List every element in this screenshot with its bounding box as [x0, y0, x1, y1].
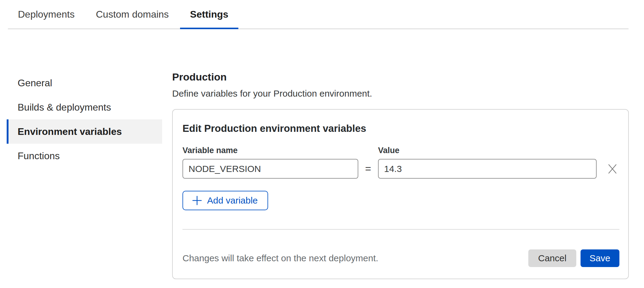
section-title: Production: [172, 71, 629, 83]
project-tabbar: Deployments Custom domains Settings: [8, 0, 629, 29]
value-label: Value: [378, 146, 597, 155]
cancel-button[interactable]: Cancel: [528, 249, 576, 267]
plus-icon: [192, 195, 203, 206]
remove-variable-button[interactable]: [605, 161, 619, 177]
main-content: Production Define variables for your Pro…: [172, 71, 629, 279]
settings-sidebar: General Builds & deployments Environment…: [7, 71, 162, 168]
variable-name-input[interactable]: [182, 159, 358, 179]
equals-sign: =: [358, 163, 378, 175]
tab-deployments[interactable]: Deployments: [8, 0, 85, 29]
variables-form: Variable name Value =: [182, 146, 619, 179]
add-variable-button[interactable]: Add variable: [182, 191, 268, 210]
variable-value-input[interactable]: [378, 159, 597, 179]
x-icon: [608, 164, 617, 174]
sidebar-item-functions[interactable]: Functions: [7, 144, 162, 168]
card-footer: Changes will take effect on the next dep…: [182, 249, 619, 267]
sidebar-item-general[interactable]: General: [7, 71, 162, 95]
card-title: Edit Production environment variables: [182, 122, 619, 135]
variable-name-label: Variable name: [182, 146, 358, 155]
sidebar-item-builds-deployments[interactable]: Builds & deployments: [7, 95, 162, 119]
environment-variables-settings-page: Deployments Custom domains Settings Gene…: [0, 0, 644, 288]
tab-settings[interactable]: Settings: [180, 0, 238, 29]
save-button[interactable]: Save: [581, 249, 619, 267]
edit-variables-card: Edit Production environment variables Va…: [172, 109, 629, 279]
sidebar-item-environment-variables[interactable]: Environment variables: [7, 119, 162, 144]
tab-custom-domains[interactable]: Custom domains: [86, 0, 179, 29]
settings-layout: General Builds & deployments Environment…: [0, 71, 644, 279]
footer-note: Changes will take effect on the next dep…: [182, 253, 528, 264]
section-description: Define variables for your Production env…: [172, 88, 629, 99]
add-variable-label: Add variable: [207, 195, 258, 206]
card-divider: [182, 229, 619, 230]
